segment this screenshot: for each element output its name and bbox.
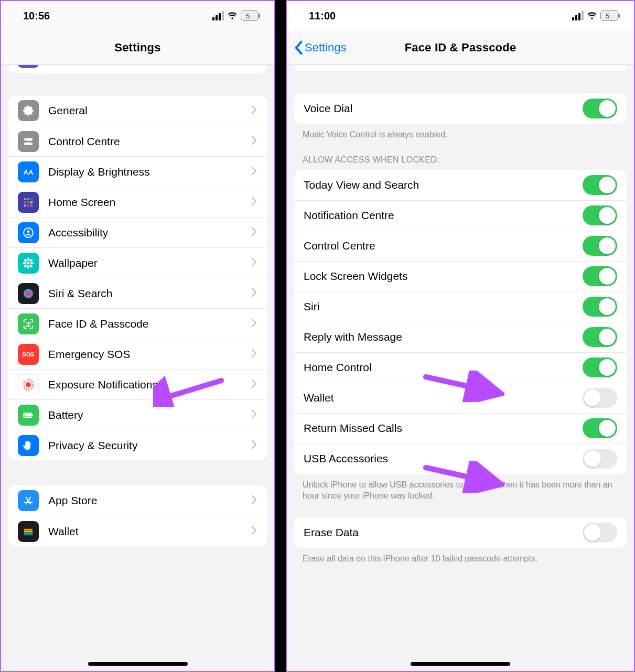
svg-rect-30 — [25, 414, 31, 416]
row-label: Reply with Message — [304, 331, 583, 343]
svg-point-14 — [27, 265, 29, 269]
toggle-erase[interactable] — [583, 523, 617, 543]
toggle-usb[interactable] — [583, 449, 617, 469]
wifi-icon — [587, 10, 597, 21]
settings-row-accessibility[interactable]: Accessibility — [8, 217, 267, 247]
settings-group-main: GeneralControl CentreAADisplay & Brightn… — [8, 95, 267, 460]
nav-bar: Settings — [1, 30, 274, 65]
row-label: General — [48, 104, 251, 117]
svg-point-20 — [24, 264, 27, 267]
row-cc[interactable]: Control Centre — [294, 231, 627, 261]
toggle-widgets[interactable] — [583, 266, 617, 286]
toggle-missed[interactable] — [583, 418, 617, 438]
toggle-siri[interactable] — [583, 297, 617, 317]
back-label: Settings — [305, 41, 347, 55]
settings-row-general[interactable]: General — [8, 95, 267, 126]
svg-rect-37 — [24, 532, 33, 533]
svg-rect-9 — [30, 204, 33, 207]
svg-point-16 — [30, 262, 34, 264]
chevron-right-icon — [251, 287, 257, 300]
settings-group-store: App StoreWallet — [8, 485, 267, 546]
row-label: Accessibility — [48, 226, 251, 239]
group-voice-dial: Voice Dial — [294, 93, 627, 124]
row-label: Control Centre — [48, 135, 251, 148]
svg-point-13 — [27, 257, 29, 261]
hand-icon — [18, 435, 39, 456]
row-siri[interactable]: Siri — [294, 291, 627, 322]
settings-row-faceid[interactable]: Face ID & Passcode — [8, 308, 267, 339]
row-label: Wallet — [48, 525, 251, 538]
status-time: 11:00 — [309, 10, 336, 22]
toggle-notif[interactable] — [583, 205, 617, 225]
usb-footer: Unlock iPhone to allow USB accessories t… — [287, 474, 634, 502]
wallet-icon — [18, 521, 39, 542]
faceid-scroll[interactable]: Voice Dial Music Voice Control is always… — [287, 65, 634, 671]
row-notif[interactable]: Notification Centre — [294, 200, 627, 231]
settings-row-sos[interactable]: SOSEmergency SOS — [8, 339, 267, 369]
svg-rect-2 — [27, 198, 29, 200]
row-widgets[interactable]: Lock Screen Widgets — [294, 261, 627, 291]
row-erase-data[interactable]: Erase Data — [294, 517, 627, 548]
row-label: Battery — [48, 409, 251, 421]
svg-rect-3 — [30, 198, 33, 200]
toggle-voice-dial[interactable] — [583, 99, 617, 118]
nav-bar: Settings Face ID & Passcode — [287, 30, 634, 65]
row-label: Wallet — [304, 392, 583, 404]
svg-rect-36 — [24, 530, 33, 532]
toggle-homecontrol[interactable] — [583, 357, 617, 377]
settings-row-exposure[interactable]: Exposure Notifications — [8, 369, 267, 399]
voice-dial-footer: Music Voice Control is always enabled. — [287, 124, 634, 140]
previous-group-stub — [294, 65, 627, 71]
settings-row-battery[interactable]: Battery — [8, 399, 267, 430]
row-label: Siri — [304, 300, 583, 313]
row-wallet[interactable]: Wallet — [294, 383, 627, 413]
svg-point-12 — [27, 262, 30, 264]
settings-row-control-centre[interactable]: Control Centre — [8, 126, 267, 156]
sos-icon: SOS — [18, 344, 39, 365]
toggle-cc[interactable] — [583, 236, 617, 256]
row-missed[interactable]: Return Missed Calls — [294, 413, 627, 443]
svg-rect-38 — [24, 534, 33, 535]
chevron-right-icon — [251, 196, 257, 209]
settings-row-display[interactable]: AADisplay & Brightness — [8, 156, 267, 187]
toggle-wallet[interactable] — [583, 388, 617, 408]
svg-point-25 — [26, 382, 31, 387]
row-label: Voice Dial — [304, 102, 583, 115]
row-label: Today View and Search — [304, 179, 583, 191]
row-today[interactable]: Today View and Search — [294, 170, 627, 200]
row-label: Face ID & Passcode — [48, 318, 251, 330]
settings-row-wallpaper[interactable]: Wallpaper — [8, 247, 267, 278]
settings-row-home-screen[interactable]: Home Screen — [8, 187, 267, 217]
faceid-icon — [18, 313, 39, 334]
person-icon — [18, 222, 39, 243]
toggle-reply[interactable] — [583, 327, 617, 347]
status-bar: 10:56 5 — [1, 1, 274, 30]
siri-icon — [18, 283, 39, 304]
row-label: Home Screen — [48, 196, 251, 209]
settings-row-siri[interactable]: Siri & Search — [8, 278, 267, 308]
home-indicator — [411, 662, 510, 666]
svg-rect-4 — [24, 201, 26, 203]
chevron-right-icon — [251, 439, 257, 452]
row-label: Siri & Search — [48, 287, 251, 300]
settings-row-privacy[interactable]: Privacy & Security — [8, 430, 267, 460]
row-reply[interactable]: Reply with Message — [294, 322, 627, 352]
row-label: App Store — [48, 494, 251, 507]
row-label: USB Accessories — [304, 452, 583, 465]
chevron-right-icon — [251, 378, 257, 391]
row-homecontrol[interactable]: Home Control — [294, 352, 627, 383]
settings-row-appstore[interactable]: App Store — [8, 485, 267, 516]
aa-icon: AA — [18, 161, 39, 182]
row-voice-dial[interactable]: Voice Dial — [294, 93, 627, 124]
chevron-right-icon — [251, 494, 257, 507]
row-usb[interactable]: USB Accessories — [294, 443, 627, 474]
toggle-today[interactable] — [583, 175, 617, 195]
svg-point-21 — [24, 289, 33, 298]
row-label: Return Missed Calls — [304, 422, 583, 435]
back-button[interactable]: Settings — [293, 30, 347, 64]
settings-row-wallet[interactable]: Wallet — [8, 516, 267, 546]
battery-icon — [18, 405, 39, 426]
chevron-right-icon — [251, 226, 257, 239]
settings-scroll[interactable]: GeneralControl CentreAADisplay & Brightn… — [1, 65, 274, 671]
svg-rect-1 — [24, 198, 26, 200]
